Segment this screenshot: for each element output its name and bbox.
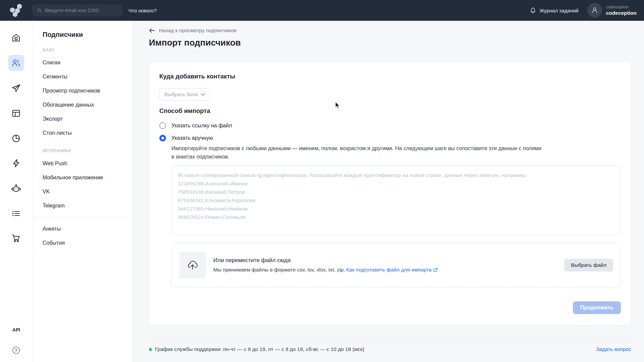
sidebar-item-chatbot[interactable] [8,181,24,197]
account-name: codeception [606,10,637,16]
help-button[interactable]: ? [12,346,20,355]
sidebar-item-pages[interactable] [8,105,24,121]
support-schedule: График службы поддержки: пн-чт — с 8 до … [149,346,364,352]
nav-title: Подписчики [43,31,132,39]
sidebar-item-home[interactable] [8,30,24,46]
sidebar-item-subscribers[interactable] [8,55,24,71]
cart-icon [11,233,21,243]
nav-item-data-enrichment[interactable]: Обогащение данных [43,98,132,112]
dropzone-subtitle: Мы принимаем файлы в формате csv, tsv, x… [213,267,438,273]
continue-button[interactable]: Продолжить [573,301,621,314]
file-dropzone[interactable]: Или переместите файл сюда Мы принимаем ф… [171,243,621,287]
back-link-label: Назад к просмотру подписчиков [159,27,236,34]
ask-question-link[interactable]: Задать вопрос [596,346,631,352]
app-logo[interactable] [0,3,33,18]
where-heading: Куда добавить контакты [159,73,621,80]
online-status-icon [149,348,152,351]
nav-item-telegram[interactable]: Telegram [43,199,132,213]
nav-item-segments[interactable]: Сегменты [43,70,132,84]
nav-item-forms[interactable]: Анкеты [43,222,132,236]
manual-description: Импортируйте подписчиков с любыми данным… [171,144,621,161]
sidebar-item-logs[interactable] [8,205,24,222]
home-icon [11,33,21,43]
dropzone-formats: Мы принимаем файлы в формате csv, tsv, x… [213,267,345,273]
nav-item-view-subscribers[interactable]: Просмотр подписчиков [43,84,132,98]
robot-icon [11,183,21,194]
arrow-left-icon [149,28,155,33]
upload-icon-box [179,252,206,279]
user-icon [591,6,599,14]
sidebar-item-broadcasts[interactable] [8,80,24,96]
pie-chart-icon [11,133,21,143]
nav-section-sources: ИСТОЧНИКИ [43,148,132,153]
topbar: Что нового? Журнал заданий codeception c… [0,0,644,21]
nav-item-export[interactable]: Экспорт [43,112,132,126]
sidebar-item-shop[interactable] [8,230,24,246]
nav-section-base: БАЗА [43,47,132,52]
topbar-right: Журнал заданий codeception codeception [530,3,644,18]
method-heading: Способ импорта [159,107,621,115]
prepare-file-link[interactable]: Как подготовить файл для импорта [346,267,437,273]
page-title: Импорт подписчиков [149,38,631,48]
avatar [587,3,602,18]
account-subname: codeception [606,4,637,10]
radio-manual-circle[interactable] [159,135,166,141]
bot-select-value: Выбрать бота [164,92,198,98]
lightning-icon [11,158,21,168]
nav-item-lists[interactable]: Списки [43,56,132,70]
support-schedule-text: График службы поддержки: пн-чт — с 8 до … [155,346,364,352]
account-names: codeception codeception [606,4,637,16]
tg-ids-textarea[interactable] [171,166,621,235]
radio-file-link-label: Указать ссылку на файл [171,123,232,129]
support-footer: График службы поддержки: пн-чт — с 8 до … [149,346,631,352]
radio-manual-label: Указать вручную [171,135,213,141]
search-input[interactable] [45,8,118,13]
chevron-down-icon [201,93,205,96]
footer-divider [149,338,631,338]
nav-item-mobile-app[interactable]: Мобильное приложение [43,171,132,185]
radio-manual[interactable]: Указать вручную [159,135,621,141]
whats-new-link[interactable]: Что нового? [128,8,157,13]
nav-item-events[interactable]: События [43,236,132,250]
subscribers-nav-panel: Подписчики БАЗА Списки Сегменты Просмотр… [33,21,132,362]
radio-file-link[interactable]: Указать ссылку на файл [159,122,621,129]
tasks-journal-label: Журнал заданий [539,8,578,13]
sidebar-item-api[interactable]: API [0,327,33,333]
main-content: Назад к просмотру подписчиков Импорт под… [132,21,644,362]
sidebar-item-statistics[interactable] [8,130,24,146]
bell-icon [530,7,536,14]
external-link-icon [433,268,438,272]
choose-file-button[interactable]: Выбрать файл [564,259,613,272]
nav-item-stop-lists[interactable]: Стоп-листы [43,126,132,140]
dropzone-title: Или переместите файл сюда [213,257,438,264]
logo-hexagons-icon [9,3,24,18]
dropzone-texts: Или переместите файл сюда Мы принимаем ф… [213,257,438,273]
nav-item-web-push[interactable]: Web Push [43,157,132,171]
account-menu[interactable]: codeception codeception [587,3,637,18]
search-icon [37,8,42,13]
nav-item-vk[interactable]: VK [43,185,132,199]
sidebar-item-automation[interactable] [8,155,24,171]
radio-file-link-circle[interactable] [159,122,166,129]
prepare-file-link-label: Как подготовить файл для импорта [346,267,431,273]
tasks-journal-button[interactable]: Журнал заданий [530,7,578,14]
nav-divider [33,218,132,218]
svg-text:?: ? [15,348,17,353]
icon-rail: API ? [0,21,33,362]
global-search [33,5,122,16]
bot-select[interactable]: Выбрать бота [159,88,210,101]
help-icon: ? [12,346,20,355]
import-card: Куда добавить контакты Выбрать бота Спос… [149,62,631,325]
cloud-upload-icon [187,260,198,270]
subscribers-icon [11,58,21,68]
send-icon [11,83,21,93]
pages-icon [11,108,21,118]
back-link[interactable]: Назад к просмотру подписчиков [149,27,631,34]
list-icon [11,208,21,219]
